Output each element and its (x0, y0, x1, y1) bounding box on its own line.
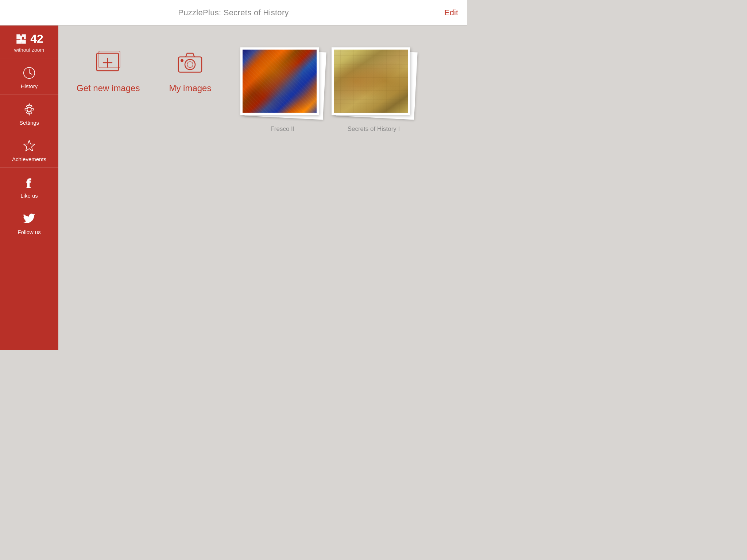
sidebar-follow-label: Follow us (18, 229, 40, 235)
sidebar-item-follow[interactable]: Follow us (0, 204, 58, 240)
main-layout: 42 without zoom History (0, 26, 467, 350)
sidebar-item-settings[interactable]: Settings (0, 95, 58, 131)
svg-point-11 (185, 59, 195, 70)
thumbnail-secrets1[interactable]: Secrets of History I (332, 47, 415, 133)
thumbnails-row: Fresco II Secrets of History I (240, 47, 415, 133)
fresco2-image (243, 50, 317, 113)
sidebar-settings-label: Settings (19, 120, 39, 126)
svg-point-13 (181, 59, 183, 62)
sidebar: 42 without zoom History (0, 26, 58, 350)
thumbnail-fresco2[interactable]: Fresco II (240, 47, 324, 133)
header: PuzzlePlus: Secrets of History Edit (0, 0, 467, 26)
gear-icon (21, 101, 37, 117)
my-images-icon (174, 47, 206, 77)
fresco2-paper-front (240, 47, 319, 115)
secrets1-caption: Secrets of History I (348, 125, 400, 133)
sidebar-history-label: History (21, 83, 38, 89)
get-new-images-button[interactable]: Get new images (77, 47, 140, 93)
secrets1-image (334, 50, 408, 113)
svg-line-2 (29, 73, 32, 74)
puzzle-icon (15, 33, 27, 45)
sidebar-item-history[interactable]: History (0, 58, 58, 95)
sidebar-achievements-label: Achievements (12, 156, 46, 162)
edit-button[interactable]: Edit (444, 8, 458, 18)
puzzle-count-section: 42 without zoom (0, 26, 58, 58)
facebook-icon: f (21, 174, 37, 190)
get-new-images-label: Get new images (77, 83, 140, 93)
twitter-icon (21, 211, 37, 227)
svg-text:f: f (26, 176, 31, 189)
puzzle-count-number: 42 (30, 32, 43, 46)
sidebar-like-label: Like us (20, 192, 38, 199)
puzzle-icon-area: 42 (15, 32, 43, 46)
svg-marker-4 (24, 140, 35, 151)
get-new-images-icon (92, 47, 125, 77)
content-area: Get new images My images (58, 26, 467, 350)
fresco2-caption: Fresco II (270, 125, 294, 133)
app-title: PuzzlePlus: Secrets of History (178, 8, 289, 18)
without-zoom-label: without zoom (14, 47, 44, 53)
my-images-button[interactable]: My images (169, 47, 211, 93)
fresco2-wrapper (240, 47, 324, 120)
sidebar-item-like[interactable]: f Like us (0, 168, 58, 204)
sidebar-item-achievements[interactable]: Achievements (0, 131, 58, 168)
my-images-label: My images (169, 83, 211, 93)
star-icon (21, 138, 37, 154)
svg-point-12 (187, 62, 193, 67)
clock-icon (21, 65, 37, 81)
secrets1-paper-front (332, 47, 410, 115)
secrets1-wrapper (332, 47, 415, 120)
